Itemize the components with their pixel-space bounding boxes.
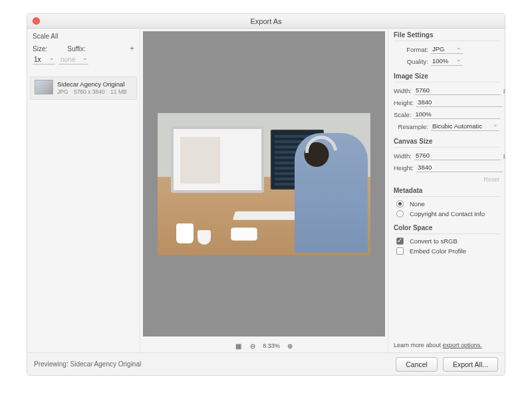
color-space-title: Color Space — [394, 224, 499, 234]
quality-label: Quality: — [394, 58, 428, 65]
asset-item[interactable]: Sidecar Agency Original JPG 5760 x 3840 … — [30, 76, 137, 100]
learn-more: Learn more about export options. — [394, 342, 499, 348]
image-size-section: Image Size Width:px Height:px Scale: Res… — [394, 72, 499, 134]
metadata-title: Metadata — [394, 187, 499, 197]
right-panel: File Settings Format:JPG Quality:100% Im… — [388, 29, 505, 352]
color-space-section: Color Space Convert to sRGB Embed Color … — [394, 224, 499, 257]
preview-canvas[interactable] — [143, 31, 385, 336]
export-options-link[interactable]: export options. — [443, 342, 482, 348]
suffix-label: Suffix: — [67, 45, 86, 53]
zoom-level: 8.33% — [263, 342, 280, 349]
previewing-label: Previewing: Sidecar Agency Original — [34, 360, 141, 368]
canvas-height-input[interactable] — [416, 163, 503, 172]
file-settings-section: File Settings Format:JPG Quality:100% — [394, 31, 499, 68]
image-size-title: Image Size — [394, 72, 499, 82]
asset-filesize: 11 MB — [110, 88, 127, 95]
image-width-input[interactable] — [414, 86, 501, 95]
image-scale-input[interactable] — [414, 110, 500, 119]
file-settings-title: File Settings — [394, 31, 499, 41]
window-title: Export As — [250, 17, 281, 25]
image-height-input[interactable] — [416, 98, 503, 107]
titlebar: Export As — [27, 14, 505, 29]
metadata-section: Metadata None Copyright and Contact Info — [394, 187, 499, 220]
swatch-icon[interactable]: ▦ — [233, 341, 243, 350]
canvas-size-section: Canvas Size Width:px Height:px Reset — [394, 138, 499, 183]
quality-select[interactable]: 100% — [431, 57, 463, 66]
asset-name: Sidecar Agency Original — [57, 80, 131, 88]
canvas-width-input[interactable] — [414, 151, 501, 160]
scale-all-section: Scale All Size: Suffix: + 1x none — [27, 29, 140, 68]
convert-srgb-checkbox[interactable] — [396, 237, 404, 245]
export-as-dialog: Export As Scale All Size: Suffix: + 1x n… — [27, 13, 505, 376]
dialog-footer: Previewing: Sidecar Agency Original Canc… — [27, 352, 505, 375]
close-icon[interactable] — [33, 17, 40, 25]
asset-list: Sidecar Agency Original JPG 5760 x 3840 … — [27, 74, 140, 352]
cancel-button[interactable]: Cancel — [396, 357, 438, 372]
asset-thumbnail — [35, 80, 53, 94]
asset-dimensions: 5760 x 3840 — [74, 88, 105, 95]
size-label: Size: — [33, 45, 47, 53]
left-panel: Scale All Size: Suffix: + 1x none Sideca… — [27, 29, 140, 352]
scale-all-title: Scale All — [33, 33, 134, 40]
format-select[interactable]: JPG — [431, 45, 463, 54]
format-label: Format: — [394, 46, 428, 53]
preview-footer: ▦ ⊖ 8.33% ⊕ — [140, 339, 388, 352]
size-dropdown[interactable]: 1x — [33, 55, 55, 65]
canvas-size-title: Canvas Size — [394, 138, 499, 148]
export-all-button[interactable]: Export All... — [443, 357, 498, 372]
add-scale-icon[interactable]: + — [130, 44, 134, 53]
metadata-none-radio[interactable] — [396, 200, 404, 207]
preview-panel: ▦ ⊖ 8.33% ⊕ — [140, 29, 388, 352]
embed-profile-checkbox[interactable] — [396, 247, 404, 255]
reset-button[interactable]: Reset — [394, 175, 499, 183]
asset-format: JPG — [57, 88, 68, 95]
metadata-copyright-radio[interactable] — [396, 210, 404, 217]
suffix-dropdown[interactable]: none — [59, 55, 88, 65]
zoom-out-icon[interactable]: ⊖ — [248, 341, 257, 350]
preview-image — [158, 113, 370, 255]
zoom-in-icon[interactable]: ⊕ — [285, 341, 295, 350]
dialog-body: Scale All Size: Suffix: + 1x none Sideca… — [27, 29, 505, 352]
resample-select[interactable]: Bicubic Automatic — [431, 122, 499, 131]
